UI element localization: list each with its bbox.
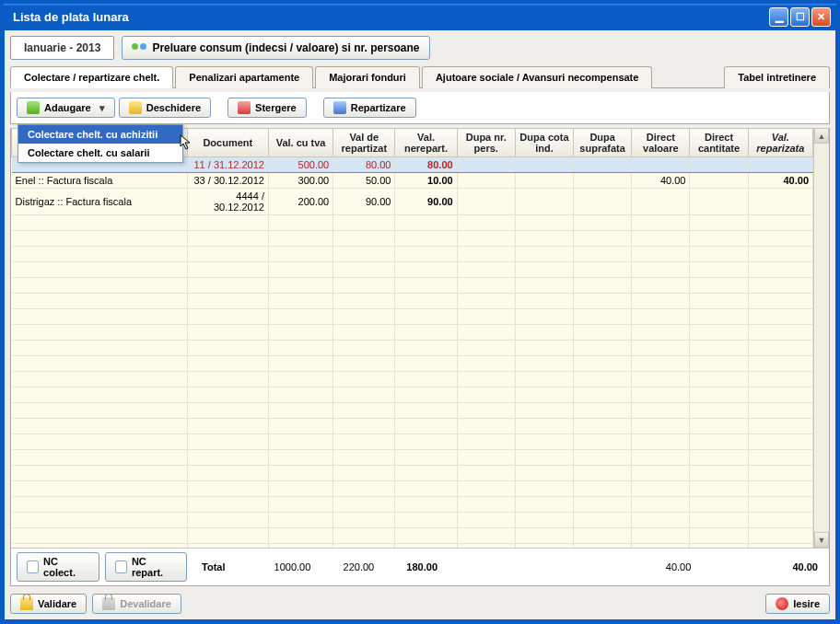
tab-colectare[interactable]: Colectare / repartizare chelt. <box>10 66 173 88</box>
cell[interactable] <box>395 434 457 450</box>
cell[interactable] <box>395 356 457 372</box>
cell[interactable] <box>690 173 748 189</box>
tab-tabel[interactable]: Tabel intretinere <box>724 66 830 88</box>
cell[interactable] <box>690 356 748 372</box>
cell[interactable] <box>690 434 748 450</box>
col-directval[interactable]: Direct valoare <box>632 129 690 157</box>
cell[interactable] <box>333 497 395 513</box>
cell[interactable] <box>632 513 690 528</box>
cell[interactable] <box>12 278 188 294</box>
devalidare-button[interactable]: Devalidare <box>92 594 181 614</box>
cell[interactable] <box>187 434 268 450</box>
cell[interactable] <box>574 157 632 173</box>
cell[interactable] <box>187 356 268 372</box>
cell[interactable] <box>748 528 812 544</box>
cell[interactable] <box>333 309 395 325</box>
iesire-button[interactable]: Iesire <box>765 594 830 614</box>
table-row[interactable] <box>12 356 813 372</box>
cell[interactable] <box>515 513 573 528</box>
cell[interactable] <box>515 262 573 278</box>
cell[interactable] <box>457 247 515 262</box>
cell[interactable] <box>632 434 690 450</box>
cell[interactable] <box>574 309 632 325</box>
cell[interactable] <box>748 341 812 356</box>
cell[interactable] <box>632 497 690 513</box>
cell[interactable] <box>632 278 690 294</box>
cell[interactable] <box>574 173 632 189</box>
cell[interactable] <box>690 294 748 309</box>
cell[interactable] <box>632 466 690 481</box>
cell[interactable]: 200.00 <box>268 189 332 215</box>
cell[interactable] <box>187 278 268 294</box>
cell[interactable] <box>748 466 812 481</box>
col-dupasup[interactable]: Dupa suprafata <box>574 129 632 157</box>
cell[interactable] <box>632 157 690 173</box>
cell[interactable] <box>457 450 515 466</box>
cell[interactable] <box>187 419 268 434</box>
cell[interactable] <box>187 262 268 278</box>
cell[interactable] <box>12 247 188 262</box>
cell[interactable] <box>748 403 812 419</box>
cell[interactable] <box>333 356 395 372</box>
cell[interactable] <box>395 341 457 356</box>
cell[interactable] <box>574 387 632 403</box>
cell[interactable] <box>457 215 515 231</box>
cell[interactable] <box>515 434 573 450</box>
cell[interactable]: 90.00 <box>333 189 395 215</box>
cell[interactable] <box>748 189 812 215</box>
cell[interactable] <box>395 419 457 434</box>
close-button[interactable]: ✕ <box>811 7 831 27</box>
cell[interactable] <box>333 513 395 528</box>
cell[interactable] <box>632 387 690 403</box>
cell[interactable] <box>515 309 573 325</box>
cell[interactable] <box>395 528 457 544</box>
cell[interactable] <box>12 215 188 231</box>
cell[interactable] <box>268 341 332 356</box>
table-row[interactable] <box>12 434 813 450</box>
cell[interactable] <box>333 481 395 497</box>
cell[interactable] <box>690 309 748 325</box>
cell[interactable] <box>515 356 573 372</box>
cell[interactable] <box>632 309 690 325</box>
table-row[interactable] <box>12 341 813 356</box>
cell[interactable] <box>457 513 515 528</box>
cell[interactable]: 10.00 <box>395 173 457 189</box>
cell[interactable]: Distrigaz :: Factura fiscala <box>12 189 188 215</box>
cell[interactable] <box>395 513 457 528</box>
cell[interactable] <box>574 262 632 278</box>
nc-colect-button[interactable]: NC colect. <box>17 552 99 582</box>
cell[interactable] <box>748 513 812 528</box>
cell[interactable] <box>12 403 188 419</box>
cell[interactable] <box>457 189 515 215</box>
cell[interactable] <box>515 387 573 403</box>
tab-majorari[interactable]: Majorari fonduri <box>315 66 420 88</box>
cell[interactable] <box>268 262 332 278</box>
cell[interactable] <box>187 403 268 419</box>
cell[interactable] <box>748 497 812 513</box>
cell[interactable] <box>187 513 268 528</box>
cell[interactable] <box>574 481 632 497</box>
cell[interactable] <box>457 403 515 419</box>
cell[interactable] <box>748 481 812 497</box>
cell[interactable] <box>690 215 748 231</box>
cell[interactable] <box>515 372 573 387</box>
cell[interactable]: 40.00 <box>632 173 690 189</box>
cell[interactable] <box>574 466 632 481</box>
cell[interactable] <box>333 419 395 434</box>
table-row[interactable] <box>12 278 813 294</box>
cell[interactable] <box>12 387 188 403</box>
col-valnerep[interactable]: Val. nerepart. <box>395 129 457 157</box>
cell[interactable] <box>395 450 457 466</box>
cell[interactable]: 80.00 <box>395 157 457 173</box>
cell[interactable] <box>690 157 748 173</box>
cell[interactable] <box>632 189 690 215</box>
col-directcant[interactable]: Direct cantitate <box>690 129 748 157</box>
cell[interactable] <box>457 434 515 450</box>
cell[interactable] <box>268 215 332 231</box>
cell[interactable] <box>333 278 395 294</box>
cell[interactable] <box>268 309 332 325</box>
cell[interactable] <box>457 341 515 356</box>
cell[interactable] <box>515 278 573 294</box>
cell[interactable] <box>748 325 812 341</box>
cell[interactable] <box>690 466 748 481</box>
